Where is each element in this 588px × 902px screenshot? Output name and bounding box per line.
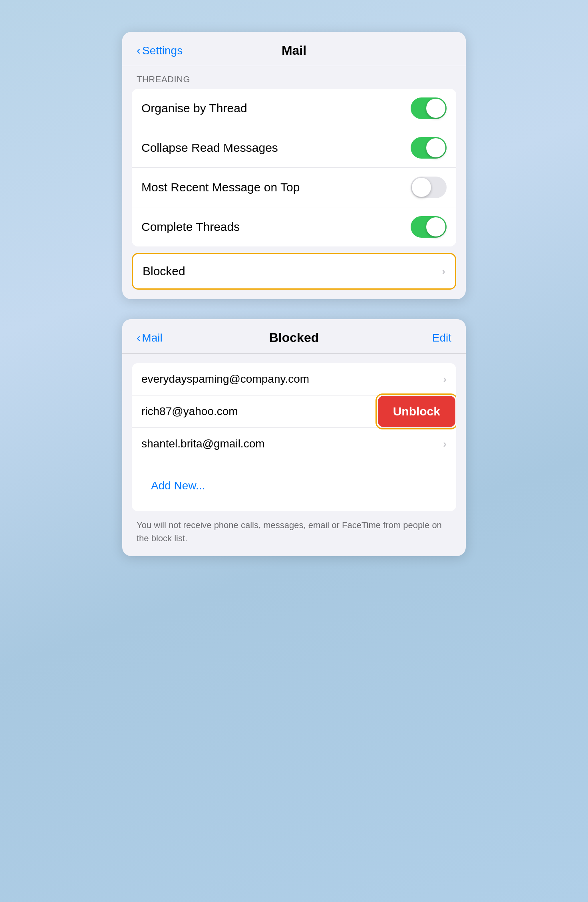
complete-threads-row: Complete Threads (132, 207, 456, 246)
contact-row-3: shantel.brita@gmail.com › (132, 428, 456, 460)
contact-email-1: everydayspaming@company.com (141, 373, 309, 385)
contact-row-1: everydayspaming@company.com › (132, 363, 456, 395)
back-chevron-icon: ‹ (137, 44, 141, 57)
contact-email-3: shantel.brita@gmail.com (141, 437, 265, 450)
toggle-knob (426, 99, 445, 118)
contact-row-2: rich87@yahoo.com › Unblock (132, 395, 456, 428)
blocked-contacts-group: everydayspaming@company.com › rich87@yah… (132, 363, 456, 511)
collapse-read-messages-row: Collapse Read Messages (132, 128, 456, 168)
toggle-knob (426, 138, 445, 157)
organise-by-thread-label: Organise by Thread (141, 101, 247, 115)
edit-label: Edit (432, 332, 451, 344)
toggle-knob (426, 217, 445, 236)
toggle-knob (412, 178, 431, 197)
blocked-row[interactable]: Blocked › (133, 254, 455, 288)
back-chevron-icon: ‹ (137, 332, 140, 344)
contact-email-2: rich87@yahoo.com (141, 405, 238, 418)
most-recent-message-row: Most Recent Message on Top (132, 168, 456, 207)
most-recent-message-toggle[interactable] (411, 177, 447, 198)
blocked-contacts-card: ‹ Mail Blocked Edit everydayspaming@comp… (122, 319, 466, 556)
blocked-nav-bar: ‹ Mail Blocked Edit (122, 319, 466, 354)
contact-chevron-1-icon: › (443, 373, 447, 385)
threading-settings-group: Organise by Thread Collapse Read Message… (132, 89, 456, 246)
blocked-chevron-icon: › (442, 265, 445, 278)
unblock-button-wrapper: Unblock (375, 393, 456, 429)
mail-settings-card: ‹ Settings Mail THREADING Organise by Th… (122, 32, 466, 299)
mail-back-button[interactable]: ‹ Mail (137, 332, 163, 344)
unblock-button[interactable]: Unblock (378, 396, 455, 427)
add-new-label[interactable]: Add New... (141, 470, 215, 502)
mail-title: Mail (282, 43, 306, 58)
organise-by-thread-row: Organise by Thread (132, 89, 456, 128)
contact-chevron-3-icon: › (443, 438, 447, 450)
add-new-row[interactable]: Add New... (132, 460, 456, 511)
disclaimer-text: You will not receive phone calls, messag… (122, 511, 466, 556)
most-recent-message-label: Most Recent Message on Top (141, 181, 300, 194)
settings-back-label: Settings (142, 44, 183, 57)
collapse-read-messages-label: Collapse Read Messages (141, 141, 278, 155)
organise-by-thread-toggle[interactable] (411, 97, 447, 119)
blocked-row-wrapper: Blocked › (132, 253, 456, 290)
complete-threads-label: Complete Threads (141, 220, 240, 234)
edit-button[interactable]: Edit (432, 332, 451, 344)
blocked-label: Blocked (143, 264, 185, 278)
mail-back-label: Mail (142, 332, 162, 344)
blocked-title: Blocked (269, 330, 319, 345)
collapse-read-messages-toggle[interactable] (411, 137, 447, 159)
complete-threads-toggle[interactable] (411, 216, 447, 238)
mail-nav-bar: ‹ Settings Mail (122, 32, 466, 66)
settings-back-button[interactable]: ‹ Settings (137, 44, 183, 57)
threading-section-header: THREADING (122, 66, 466, 89)
